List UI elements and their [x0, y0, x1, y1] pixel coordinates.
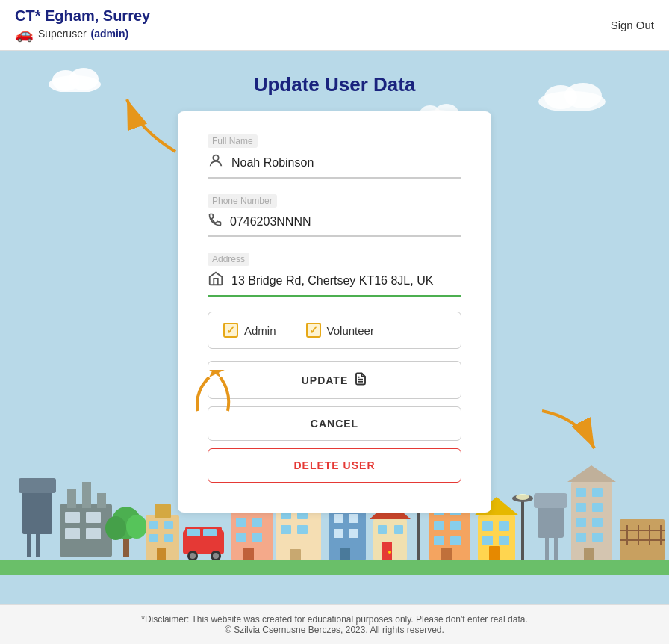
sign-out-button[interactable]: Sign Out	[611, 19, 654, 31]
svg-rect-95	[441, 548, 452, 560]
update-label: UPDATE	[302, 374, 349, 386]
footer-copyright: © Szilvia Csernusne Berczes, 2023. All r…	[9, 625, 660, 635]
svg-point-2	[69, 68, 99, 90]
full-name-input[interactable]	[231, 156, 461, 170]
svg-point-31	[126, 515, 147, 539]
svg-rect-118	[576, 533, 586, 542]
svg-point-44	[190, 553, 196, 559]
cancel-label: CANCEL	[311, 418, 358, 430]
person-icon	[208, 152, 224, 173]
address-input-row	[208, 270, 461, 297]
svg-rect-102	[489, 546, 500, 560]
svg-rect-53	[252, 518, 262, 527]
phone-input[interactable]	[230, 215, 461, 229]
svg-rect-23	[97, 493, 106, 508]
svg-rect-103	[521, 501, 524, 560]
volunteer-role-item: ✓ Volunteer	[306, 323, 374, 338]
admin-checkbox[interactable]: ✓	[223, 323, 238, 338]
svg-rect-114	[576, 503, 586, 512]
svg-rect-73	[334, 514, 343, 523]
svg-rect-128	[0, 560, 669, 575]
svg-point-83	[388, 551, 391, 554]
arrow-mid	[175, 370, 250, 418]
svg-rect-22	[82, 482, 91, 508]
svg-rect-100	[482, 536, 493, 545]
svg-rect-38	[157, 548, 166, 560]
address-label: Address	[208, 253, 249, 266]
svg-rect-106	[538, 504, 564, 538]
address-group: Address	[208, 252, 461, 297]
subtitle-text: Superuser	[38, 28, 87, 40]
svg-rect-66	[281, 525, 291, 534]
svg-rect-52	[236, 518, 246, 527]
header-left: CT* Egham, Surrey 🚗 Superuser (admin)	[15, 7, 150, 43]
svg-rect-93	[434, 536, 444, 545]
svg-rect-41	[187, 529, 200, 536]
full-name-input-row	[208, 152, 461, 179]
address-input[interactable]	[231, 274, 461, 288]
svg-rect-76	[349, 529, 358, 538]
arrow-top-left	[116, 92, 183, 162]
svg-rect-101	[499, 536, 509, 545]
svg-point-46	[213, 553, 219, 559]
form-card: Full Name Phone Number	[178, 111, 491, 513]
svg-rect-56	[243, 548, 254, 560]
svg-rect-91	[434, 521, 444, 530]
footer-disclaimer: *Disclaimer: This website was created fo…	[9, 614, 660, 625]
header-subtitle: 🚗 Superuser (admin)	[15, 25, 150, 43]
svg-rect-21	[67, 489, 76, 508]
svg-rect-18	[36, 534, 40, 557]
full-name-label: Full Name	[208, 134, 258, 148]
svg-rect-115	[592, 503, 603, 512]
svg-rect-119	[592, 533, 603, 542]
svg-point-5	[564, 83, 602, 108]
phone-group: Phone Number	[208, 193, 461, 237]
svg-rect-80	[378, 525, 387, 534]
svg-rect-108	[545, 538, 549, 560]
svg-rect-34	[149, 521, 158, 529]
admin-label[interactable]: (admin)	[91, 28, 129, 40]
delete-button[interactable]: DELETE USER	[208, 448, 461, 483]
svg-rect-54	[236, 533, 246, 542]
svg-rect-74	[349, 514, 358, 523]
svg-rect-92	[450, 521, 461, 530]
volunteer-role-label: Volunteer	[327, 324, 374, 337]
delete-label: DELETE USER	[293, 459, 375, 471]
svg-rect-84	[417, 508, 420, 560]
roles-box: ✓ Admin ✓ Volunteer	[208, 312, 461, 349]
phone-icon	[208, 212, 223, 231]
page-title: Update User Data	[254, 73, 416, 96]
svg-rect-112	[576, 488, 586, 497]
svg-rect-55	[252, 533, 262, 542]
svg-point-10	[213, 155, 218, 161]
svg-rect-17	[19, 478, 56, 493]
svg-rect-37	[164, 534, 173, 542]
svg-rect-94	[450, 536, 461, 545]
car-icon: 🚗	[15, 25, 34, 43]
svg-rect-68	[290, 549, 301, 560]
cloud-2	[535, 81, 609, 114]
svg-rect-81	[394, 525, 403, 534]
svg-rect-109	[554, 538, 558, 560]
svg-rect-24	[65, 512, 80, 523]
footer: *Disclaimer: This website was created fo…	[0, 604, 669, 644]
svg-rect-67	[297, 525, 308, 534]
phone-label: Phone Number	[208, 194, 277, 208]
svg-rect-35	[164, 521, 173, 529]
svg-rect-120	[584, 548, 594, 560]
svg-rect-42	[203, 529, 217, 536]
volunteer-checkbox[interactable]: ✓	[306, 323, 321, 338]
svg-rect-98	[482, 521, 493, 531]
volunteer-checkmark: ✓	[309, 324, 318, 336]
admin-role-item: ✓ Admin	[223, 323, 276, 338]
svg-rect-25	[86, 512, 101, 523]
svg-rect-16	[22, 489, 52, 534]
admin-role-label: Admin	[244, 324, 276, 337]
cloud-1	[45, 66, 105, 95]
svg-rect-26	[65, 528, 80, 539]
svg-rect-36	[149, 534, 158, 542]
svg-rect-77	[340, 548, 350, 560]
admin-checkmark: ✓	[226, 324, 235, 336]
full-name-group: Full Name	[208, 134, 461, 179]
svg-rect-27	[86, 528, 101, 539]
